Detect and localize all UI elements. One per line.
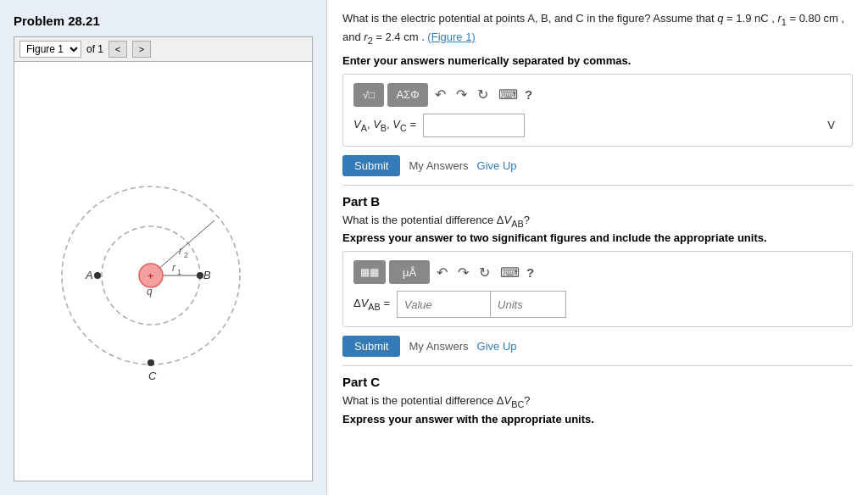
input-row-a: VA, VB, VC = V [353, 114, 842, 137]
input-row-b: ΔVAB = [353, 291, 842, 318]
figure-svg: r 2 r 1 + q A B C [28, 153, 299, 390]
part-c-question: What is the potential difference ΔVBC? [342, 394, 853, 409]
svg-point-13 [197, 272, 203, 279]
keyboard-btn-b[interactable]: ⌨ [497, 263, 523, 282]
figure-select[interactable]: Figure 1 [19, 41, 81, 58]
svg-point-15 [147, 359, 154, 366]
undo-btn-a[interactable]: ↶ [431, 85, 449, 104]
right-panel: What is the electric potential at points… [326, 0, 868, 495]
input-label-b: ΔVAB = [353, 297, 390, 312]
figure-box: Figure 1 of 1 < > r 2 r [14, 36, 313, 481]
svg-text:+: + [147, 270, 153, 282]
answer-box-b: ▦▦ μÅ ↶ ↷ ↻ ⌨ ? ΔVAB = [342, 251, 853, 327]
figure-of-label: of 1 [86, 43, 103, 55]
svg-text:B: B [203, 269, 211, 281]
redo-btn-b[interactable]: ↷ [454, 263, 472, 282]
enter-answers-label: Enter your answers numerically separated… [342, 54, 853, 67]
units-btn-b[interactable]: μÅ [389, 260, 430, 284]
figure-header: Figure 1 of 1 < > [14, 37, 312, 62]
svg-text:1: 1 [177, 268, 181, 276]
figure-prev-button[interactable]: < [108, 41, 127, 58]
svg-text:q: q [147, 286, 153, 298]
part-b-title: Part B [342, 194, 853, 209]
give-up-link-a[interactable]: Give Up [477, 159, 517, 172]
svg-text:r: r [172, 262, 176, 274]
refresh-btn-a[interactable]: ↻ [474, 85, 492, 104]
submit-row-a: Submit My Answers Give Up [342, 155, 853, 176]
part-c-instruction: Express your answer with the appropriate… [342, 413, 853, 425]
units-input-b[interactable] [490, 291, 566, 318]
svg-point-11 [94, 272, 101, 279]
problem-title: Problem 28.21 [14, 14, 313, 28]
divider-ab [342, 185, 853, 186]
answer-box-a: √□ ΑΣΦ ↶ ↷ ↻ ⌨ ? VA, VB, VC = V [342, 74, 853, 147]
part-b-question: What is the potential difference ΔVAB? [342, 214, 853, 229]
figure-link[interactable]: (Figure 1) [427, 31, 475, 43]
matrix-btn-b[interactable]: ▦▦ [353, 260, 386, 284]
refresh-btn-b[interactable]: ↻ [476, 263, 493, 282]
math-frac-btn-a[interactable]: √□ [353, 83, 384, 107]
svg-text:A: A [85, 269, 93, 281]
part-c-title: Part C [342, 375, 853, 389]
problem-statement: What is the electric potential at points… [342, 10, 853, 47]
keyboard-btn-a[interactable]: ⌨ [495, 85, 521, 104]
svg-text:2: 2 [184, 251, 188, 259]
svg-text:C: C [148, 370, 157, 382]
left-panel: Problem 28.21 Figure 1 of 1 < > r 2 [0, 0, 326, 495]
svg-line-2 [151, 220, 214, 275]
greek-btn-a[interactable]: ΑΣΦ [387, 83, 428, 107]
value-input-b[interactable] [397, 291, 490, 318]
value-units-row [397, 291, 566, 318]
submit-btn-b[interactable]: Submit [342, 336, 400, 357]
svg-text:r: r [179, 245, 183, 257]
help-btn-a[interactable]: ? [525, 87, 532, 102]
undo-btn-b[interactable]: ↶ [433, 263, 451, 282]
toolbar-a: √□ ΑΣΦ ↶ ↷ ↻ ⌨ ? [353, 83, 842, 107]
input-label-a: VA, VB, VC = [353, 118, 416, 133]
help-btn-b[interactable]: ? [526, 265, 534, 280]
submit-row-b: Submit My Answers Give Up [342, 336, 853, 357]
answer-input-a[interactable] [423, 114, 525, 137]
redo-btn-a[interactable]: ↷ [453, 85, 470, 104]
my-answers-link-b[interactable]: My Answers [409, 340, 468, 353]
my-answers-link-a[interactable]: My Answers [409, 159, 468, 172]
figure-next-button[interactable]: > [132, 41, 151, 58]
divider-bc [342, 365, 853, 366]
unit-label-a: V [827, 119, 842, 131]
submit-btn-a[interactable]: Submit [342, 155, 400, 176]
part-b-instruction: Express your answer to two significant f… [342, 231, 853, 244]
figure-canvas: r 2 r 1 + q A B C [14, 62, 312, 481]
toolbar-b: ▦▦ μÅ ↶ ↷ ↻ ⌨ ? [353, 260, 842, 284]
give-up-link-b[interactable]: Give Up [477, 340, 517, 353]
